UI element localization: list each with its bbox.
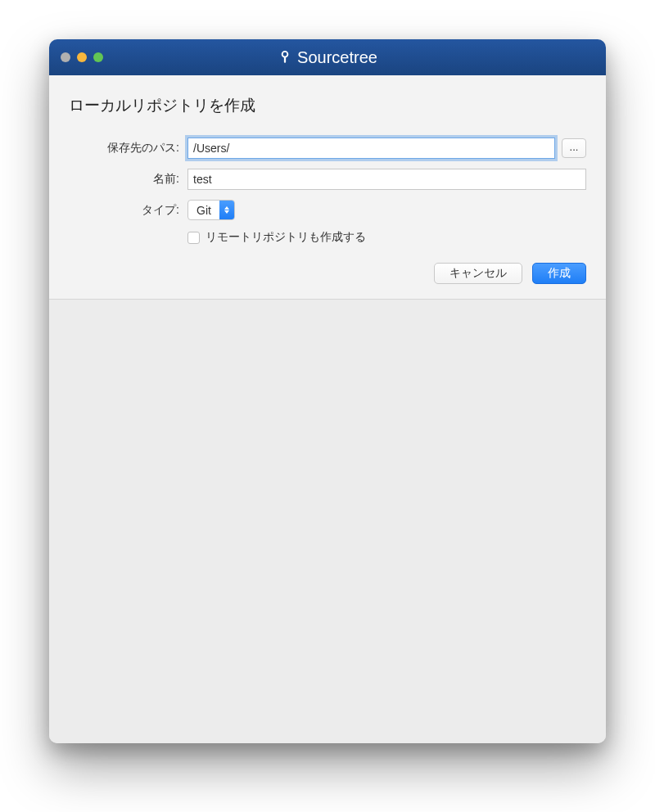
title-bar-center: Sourcetree [49,48,606,67]
sourcetree-icon [278,50,292,65]
window-title: Sourcetree [297,48,377,67]
type-label: タイプ: [69,203,187,218]
create-remote-checkbox[interactable] [187,232,200,244]
name-input[interactable] [187,169,586,190]
dialog-button-row: キャンセル 作成 [69,263,586,284]
minimize-window-button[interactable] [77,52,87,62]
type-select-value: Git [188,204,219,217]
type-row: タイプ: Git [69,200,586,220]
create-remote-label: リモートリポジトリも作成する [206,230,366,245]
main-background-area [49,300,606,743]
path-label: 保存先のパス: [69,141,187,156]
title-bar: Sourcetree [49,39,606,75]
dialog-title: ローカルリポジトリを作成 [69,95,586,116]
create-button[interactable]: 作成 [532,263,586,284]
path-row: 保存先のパス: ... [69,138,586,159]
remote-checkbox-row: リモートリポジトリも作成する [187,230,586,245]
name-label: 名前: [69,172,187,187]
close-window-button[interactable] [61,52,70,62]
app-window: Sourcetree ローカルリポジトリを作成 保存先のパス: ... 名前: … [49,39,606,743]
traffic-lights [61,52,103,62]
type-select[interactable]: Git [187,200,235,220]
name-controls [187,169,586,190]
name-row: 名前: [69,169,586,190]
svg-rect-1 [284,56,286,63]
create-local-repo-dialog: ローカルリポジトリを作成 保存先のパス: ... 名前: タイプ: Git [49,75,606,300]
cancel-button[interactable]: キャンセル [434,263,522,284]
path-input[interactable] [187,138,555,159]
path-controls: ... [187,138,586,159]
browse-button[interactable]: ... [562,138,586,158]
type-controls: Git [187,200,586,220]
svg-point-0 [282,52,288,57]
maximize-window-button[interactable] [93,52,103,62]
chevron-updown-icon [219,201,234,219]
